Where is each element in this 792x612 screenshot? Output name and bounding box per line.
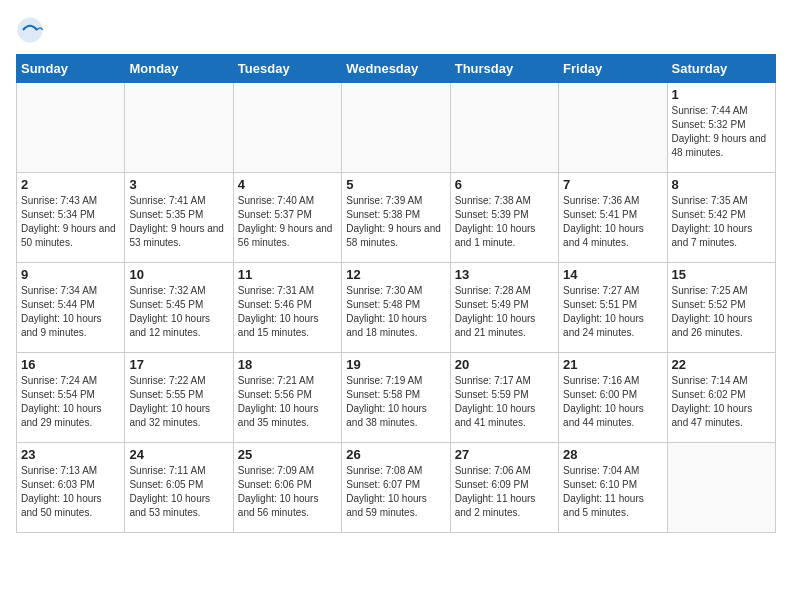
day-number: 5 xyxy=(346,177,445,192)
calendar-day-cell: 26Sunrise: 7:08 AM Sunset: 6:07 PM Dayli… xyxy=(342,443,450,533)
day-info: Sunrise: 7:35 AM Sunset: 5:42 PM Dayligh… xyxy=(672,194,771,250)
day-number: 24 xyxy=(129,447,228,462)
day-number: 13 xyxy=(455,267,554,282)
day-info: Sunrise: 7:11 AM Sunset: 6:05 PM Dayligh… xyxy=(129,464,228,520)
day-info: Sunrise: 7:32 AM Sunset: 5:45 PM Dayligh… xyxy=(129,284,228,340)
day-info: Sunrise: 7:25 AM Sunset: 5:52 PM Dayligh… xyxy=(672,284,771,340)
day-info: Sunrise: 7:40 AM Sunset: 5:37 PM Dayligh… xyxy=(238,194,337,250)
day-number: 6 xyxy=(455,177,554,192)
calendar-day-cell: 10Sunrise: 7:32 AM Sunset: 5:45 PM Dayli… xyxy=(125,263,233,353)
calendar-day-cell: 23Sunrise: 7:13 AM Sunset: 6:03 PM Dayli… xyxy=(17,443,125,533)
calendar-day-cell: 24Sunrise: 7:11 AM Sunset: 6:05 PM Dayli… xyxy=(125,443,233,533)
day-number: 14 xyxy=(563,267,662,282)
day-number: 17 xyxy=(129,357,228,372)
day-number: 15 xyxy=(672,267,771,282)
calendar-day-cell: 13Sunrise: 7:28 AM Sunset: 5:49 PM Dayli… xyxy=(450,263,558,353)
calendar-table: SundayMondayTuesdayWednesdayThursdayFrid… xyxy=(16,54,776,533)
calendar-day-cell: 25Sunrise: 7:09 AM Sunset: 6:06 PM Dayli… xyxy=(233,443,341,533)
day-info: Sunrise: 7:09 AM Sunset: 6:06 PM Dayligh… xyxy=(238,464,337,520)
calendar-day-header: Sunday xyxy=(17,55,125,83)
day-number: 8 xyxy=(672,177,771,192)
day-number: 20 xyxy=(455,357,554,372)
calendar-day-cell: 28Sunrise: 7:04 AM Sunset: 6:10 PM Dayli… xyxy=(559,443,667,533)
calendar-day-cell: 4Sunrise: 7:40 AM Sunset: 5:37 PM Daylig… xyxy=(233,173,341,263)
day-info: Sunrise: 7:43 AM Sunset: 5:34 PM Dayligh… xyxy=(21,194,120,250)
day-info: Sunrise: 7:17 AM Sunset: 5:59 PM Dayligh… xyxy=(455,374,554,430)
day-info: Sunrise: 7:30 AM Sunset: 5:48 PM Dayligh… xyxy=(346,284,445,340)
calendar-day-cell: 11Sunrise: 7:31 AM Sunset: 5:46 PM Dayli… xyxy=(233,263,341,353)
day-info: Sunrise: 7:28 AM Sunset: 5:49 PM Dayligh… xyxy=(455,284,554,340)
calendar-day-cell: 18Sunrise: 7:21 AM Sunset: 5:56 PM Dayli… xyxy=(233,353,341,443)
day-info: Sunrise: 7:08 AM Sunset: 6:07 PM Dayligh… xyxy=(346,464,445,520)
calendar-week-row: 2Sunrise: 7:43 AM Sunset: 5:34 PM Daylig… xyxy=(17,173,776,263)
calendar-week-row: 23Sunrise: 7:13 AM Sunset: 6:03 PM Dayli… xyxy=(17,443,776,533)
calendar-day-header: Monday xyxy=(125,55,233,83)
day-info: Sunrise: 7:22 AM Sunset: 5:55 PM Dayligh… xyxy=(129,374,228,430)
day-info: Sunrise: 7:21 AM Sunset: 5:56 PM Dayligh… xyxy=(238,374,337,430)
day-info: Sunrise: 7:34 AM Sunset: 5:44 PM Dayligh… xyxy=(21,284,120,340)
calendar-week-row: 1Sunrise: 7:44 AM Sunset: 5:32 PM Daylig… xyxy=(17,83,776,173)
day-info: Sunrise: 7:06 AM Sunset: 6:09 PM Dayligh… xyxy=(455,464,554,520)
calendar-day-cell xyxy=(125,83,233,173)
day-info: Sunrise: 7:16 AM Sunset: 6:00 PM Dayligh… xyxy=(563,374,662,430)
day-info: Sunrise: 7:14 AM Sunset: 6:02 PM Dayligh… xyxy=(672,374,771,430)
calendar-day-cell: 3Sunrise: 7:41 AM Sunset: 5:35 PM Daylig… xyxy=(125,173,233,263)
day-number: 7 xyxy=(563,177,662,192)
calendar-day-cell: 5Sunrise: 7:39 AM Sunset: 5:38 PM Daylig… xyxy=(342,173,450,263)
day-number: 25 xyxy=(238,447,337,462)
day-number: 16 xyxy=(21,357,120,372)
day-number: 26 xyxy=(346,447,445,462)
day-number: 18 xyxy=(238,357,337,372)
day-number: 12 xyxy=(346,267,445,282)
day-number: 4 xyxy=(238,177,337,192)
calendar-week-row: 9Sunrise: 7:34 AM Sunset: 5:44 PM Daylig… xyxy=(17,263,776,353)
calendar-day-header: Tuesday xyxy=(233,55,341,83)
calendar-day-cell: 9Sunrise: 7:34 AM Sunset: 5:44 PM Daylig… xyxy=(17,263,125,353)
calendar-day-cell: 20Sunrise: 7:17 AM Sunset: 5:59 PM Dayli… xyxy=(450,353,558,443)
day-number: 9 xyxy=(21,267,120,282)
calendar-day-cell: 12Sunrise: 7:30 AM Sunset: 5:48 PM Dayli… xyxy=(342,263,450,353)
day-number: 10 xyxy=(129,267,228,282)
calendar-day-cell xyxy=(667,443,775,533)
day-info: Sunrise: 7:31 AM Sunset: 5:46 PM Dayligh… xyxy=(238,284,337,340)
calendar-day-cell: 15Sunrise: 7:25 AM Sunset: 5:52 PM Dayli… xyxy=(667,263,775,353)
calendar-day-header: Wednesday xyxy=(342,55,450,83)
day-info: Sunrise: 7:44 AM Sunset: 5:32 PM Dayligh… xyxy=(672,104,771,160)
day-number: 23 xyxy=(21,447,120,462)
day-number: 28 xyxy=(563,447,662,462)
calendar-day-cell: 21Sunrise: 7:16 AM Sunset: 6:00 PM Dayli… xyxy=(559,353,667,443)
logo xyxy=(16,16,48,44)
calendar-day-header: Friday xyxy=(559,55,667,83)
page-header xyxy=(16,16,776,44)
day-info: Sunrise: 7:04 AM Sunset: 6:10 PM Dayligh… xyxy=(563,464,662,520)
day-number: 11 xyxy=(238,267,337,282)
day-number: 1 xyxy=(672,87,771,102)
calendar-day-cell xyxy=(342,83,450,173)
day-number: 21 xyxy=(563,357,662,372)
calendar-day-cell xyxy=(559,83,667,173)
logo-icon xyxy=(16,16,44,44)
day-info: Sunrise: 7:19 AM Sunset: 5:58 PM Dayligh… xyxy=(346,374,445,430)
day-info: Sunrise: 7:38 AM Sunset: 5:39 PM Dayligh… xyxy=(455,194,554,250)
day-info: Sunrise: 7:24 AM Sunset: 5:54 PM Dayligh… xyxy=(21,374,120,430)
calendar-day-header: Thursday xyxy=(450,55,558,83)
day-number: 2 xyxy=(21,177,120,192)
svg-point-0 xyxy=(17,17,42,42)
calendar-day-cell xyxy=(233,83,341,173)
calendar-day-cell: 27Sunrise: 7:06 AM Sunset: 6:09 PM Dayli… xyxy=(450,443,558,533)
day-info: Sunrise: 7:39 AM Sunset: 5:38 PM Dayligh… xyxy=(346,194,445,250)
calendar-day-cell: 22Sunrise: 7:14 AM Sunset: 6:02 PM Dayli… xyxy=(667,353,775,443)
day-info: Sunrise: 7:13 AM Sunset: 6:03 PM Dayligh… xyxy=(21,464,120,520)
calendar-day-cell: 1Sunrise: 7:44 AM Sunset: 5:32 PM Daylig… xyxy=(667,83,775,173)
day-info: Sunrise: 7:41 AM Sunset: 5:35 PM Dayligh… xyxy=(129,194,228,250)
calendar-day-cell: 2Sunrise: 7:43 AM Sunset: 5:34 PM Daylig… xyxy=(17,173,125,263)
calendar-day-cell xyxy=(450,83,558,173)
calendar-day-cell: 14Sunrise: 7:27 AM Sunset: 5:51 PM Dayli… xyxy=(559,263,667,353)
day-info: Sunrise: 7:27 AM Sunset: 5:51 PM Dayligh… xyxy=(563,284,662,340)
calendar-day-cell: 6Sunrise: 7:38 AM Sunset: 5:39 PM Daylig… xyxy=(450,173,558,263)
day-number: 22 xyxy=(672,357,771,372)
calendar-day-cell: 17Sunrise: 7:22 AM Sunset: 5:55 PM Dayli… xyxy=(125,353,233,443)
day-number: 27 xyxy=(455,447,554,462)
day-number: 19 xyxy=(346,357,445,372)
calendar-header-row: SundayMondayTuesdayWednesdayThursdayFrid… xyxy=(17,55,776,83)
